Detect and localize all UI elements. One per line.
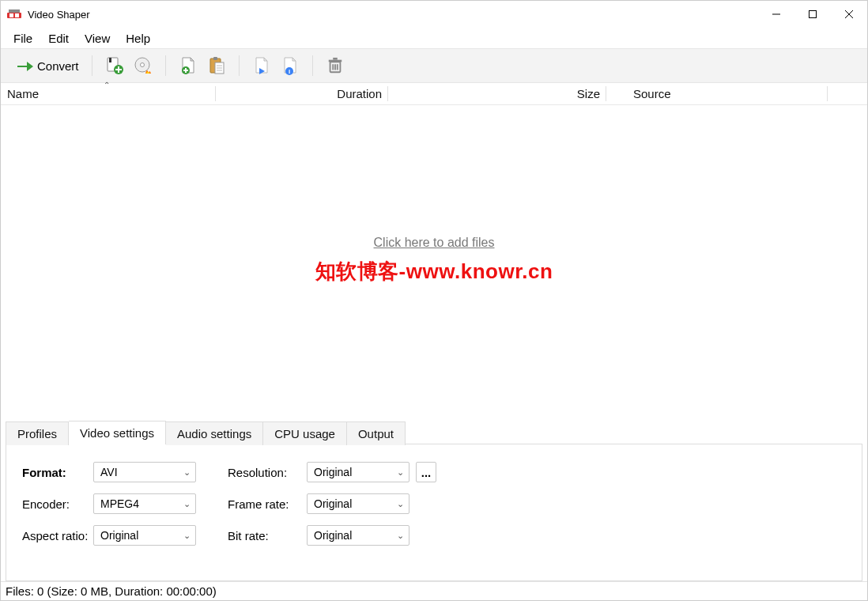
svg-rect-31 — [333, 58, 338, 60]
format-value: AVI — [100, 466, 118, 478]
menu-bar: File Edit View Help — [1, 28, 867, 48]
svg-rect-1 — [9, 13, 13, 17]
encoder-label: Encoder: — [22, 497, 93, 511]
framerate-select[interactable]: Original ⌄ — [307, 493, 409, 514]
menu-help[interactable]: Help — [118, 30, 158, 47]
settings-tabs: Profiles Video settings Audio settings C… — [6, 421, 862, 444]
add-files-icon — [105, 56, 124, 75]
add-document-icon — [179, 56, 198, 75]
chevron-down-icon: ⌄ — [183, 467, 191, 478]
info-document-button[interactable]: i — [276, 51, 304, 80]
resolution-select[interactable]: Original ⌄ — [307, 462, 409, 482]
resolution-value: Original — [314, 466, 352, 478]
play-document-button[interactable] — [247, 51, 276, 80]
column-header-size[interactable]: Size — [388, 83, 606, 104]
chevron-down-icon: ⌄ — [183, 499, 191, 509]
encoder-value: MPEG4 — [100, 497, 139, 510]
settings-panel: Profiles Video settings Audio settings C… — [1, 416, 867, 581]
encoder-select[interactable]: MPEG4 ⌄ — [93, 493, 196, 514]
bitrate-label: Bit rate: — [228, 529, 307, 542]
window-title: Video Shaper — [28, 9, 90, 21]
delete-button[interactable] — [321, 51, 349, 80]
bitrate-select[interactable]: Original ⌄ — [307, 525, 409, 546]
info-document-icon: i — [281, 56, 300, 75]
chevron-down-icon: ⌄ — [397, 467, 404, 478]
svg-rect-19 — [213, 57, 217, 60]
play-document-icon — [252, 56, 271, 75]
add-files-button[interactable] — [100, 51, 129, 80]
toolbar-separator — [239, 55, 240, 76]
status-bar: Files: 0 (Size: 0 MB, Duration: 00:00:00… — [1, 581, 867, 600]
tab-profiles[interactable]: Profiles — [6, 421, 69, 445]
chevron-down-icon: ⌄ — [397, 499, 404, 509]
convert-button[interactable]: Convert — [10, 51, 84, 80]
chevron-down-icon: ⌄ — [397, 531, 404, 541]
app-icon — [7, 9, 21, 20]
burn-disc-icon — [134, 56, 153, 75]
aspect-label: Aspect ratio: — [22, 529, 93, 542]
column-header-duration[interactable]: Duration — [216, 83, 388, 104]
clipboard-paste-icon — [207, 56, 226, 75]
svg-rect-0 — [7, 13, 21, 18]
column-name-label: Name — [7, 87, 39, 100]
burn-disc-button[interactable] — [129, 51, 157, 80]
minimize-button[interactable] — [758, 1, 794, 28]
file-list-empty-area[interactable]: Click here to add files 知软博客-www.knowr.c… — [1, 105, 867, 416]
tab-output[interactable]: Output — [347, 421, 406, 445]
tab-audio-settings[interactable]: Audio settings — [166, 421, 263, 445]
status-text: Files: 0 (Size: 0 MB, Duration: 00:00:00… — [6, 584, 217, 598]
tab-cpu-usage[interactable]: CPU usage — [263, 421, 347, 445]
svg-rect-12 — [109, 58, 111, 62]
toolbar: Convert — [1, 48, 867, 83]
close-button[interactable] — [831, 1, 867, 28]
add-document-button[interactable] — [174, 51, 202, 80]
file-list-header: Name ⌃ Duration Size Source — [1, 83, 867, 105]
svg-rect-3 — [9, 9, 20, 13]
toolbar-separator — [165, 55, 166, 76]
resolution-custom-button[interactable]: ... — [416, 462, 436, 482]
column-size-label: Size — [577, 87, 600, 100]
bitrate-value: Original — [314, 529, 352, 542]
menu-view[interactable]: View — [77, 30, 118, 47]
format-select[interactable]: AVI ⌄ — [93, 462, 196, 482]
framerate-label: Frame rate: — [228, 497, 307, 511]
chevron-down-icon: ⌄ — [183, 531, 191, 541]
toolbar-separator — [312, 55, 313, 76]
toolbar-separator — [92, 55, 92, 76]
svg-rect-2 — [15, 13, 19, 17]
menu-file[interactable]: File — [6, 30, 40, 47]
svg-rect-30 — [328, 60, 342, 62]
title-bar: Video Shaper — [1, 1, 867, 28]
menu-edit[interactable]: Edit — [40, 30, 77, 47]
tab-video-settings[interactable]: Video settings — [69, 421, 166, 444]
trash-icon — [326, 56, 345, 75]
sort-caret-icon: ⌃ — [104, 81, 110, 89]
column-header-source[interactable]: Source — [606, 83, 828, 104]
svg-point-14 — [140, 63, 144, 67]
column-duration-label: Duration — [337, 87, 382, 100]
watermark-text: 知软博客-www.knowr.cn — [315, 258, 553, 285]
framerate-value: Original — [314, 497, 352, 510]
maximize-button[interactable] — [794, 1, 831, 28]
svg-rect-5 — [810, 11, 817, 18]
svg-text:i: i — [288, 68, 289, 75]
column-header-name[interactable]: Name ⌃ — [1, 83, 216, 104]
add-files-link[interactable]: Click here to add files — [374, 236, 495, 250]
paste-button[interactable] — [202, 51, 231, 80]
convert-arrow-icon — [15, 56, 34, 75]
format-label: Format: — [22, 466, 93, 479]
resolution-label: Resolution: — [228, 466, 307, 479]
convert-button-label: Convert — [37, 59, 79, 73]
aspect-value: Original — [100, 529, 138, 542]
video-settings-content: Format: AVI ⌄ Resolution: Original ⌄ ...… — [6, 444, 862, 581]
aspect-select[interactable]: Original ⌄ — [93, 525, 196, 546]
column-source-label: Source — [633, 87, 671, 100]
window-controls — [758, 1, 867, 28]
